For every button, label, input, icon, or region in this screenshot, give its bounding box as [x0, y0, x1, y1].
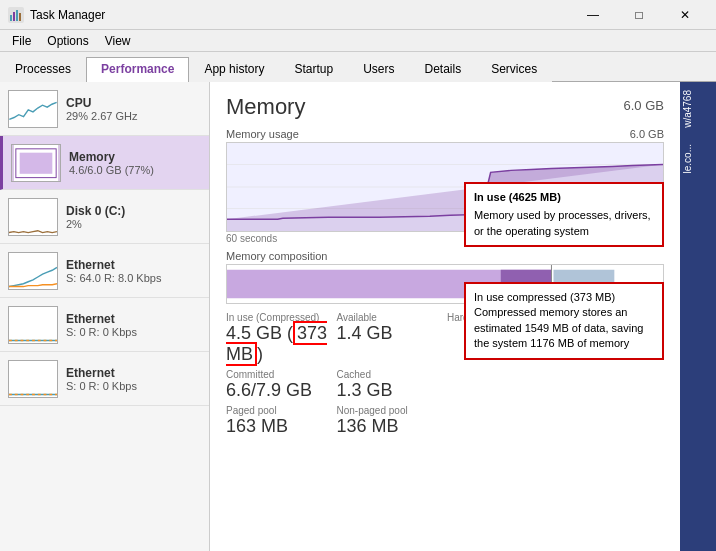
stat-available: Available 1.4 GB: [337, 312, 444, 365]
stat-cached-label: Cached: [337, 369, 444, 380]
graph-label: Memory usage 6.0 GB: [226, 128, 664, 140]
app-icon: [8, 7, 24, 23]
stat-nonpaged-label: Non-paged pool: [337, 405, 444, 416]
tooltip-in-use: In use (4625 MB) Memory used by processe…: [464, 182, 664, 247]
ethernet3-value: S: 0 R: 0 Kbps: [66, 380, 137, 392]
sidebar-item-ethernet3[interactable]: Ethernet S: 0 R: 0 Kbps: [0, 352, 209, 406]
title-bar-left: Task Manager: [8, 7, 105, 23]
tab-users[interactable]: Users: [348, 57, 409, 82]
content-area: Memory 6.0 GB Memory usage 6.0 GB: [210, 82, 680, 551]
sidebar: CPU 29% 2.67 GHz Memory 4.6/6.0 GB (77%): [0, 82, 210, 551]
stat-cached-value: 1.3 GB: [337, 380, 444, 401]
close-button[interactable]: ✕: [662, 0, 708, 30]
title-bar-controls: — □ ✕: [570, 0, 708, 30]
disk-mini-graph: [8, 198, 58, 236]
tab-bar: Processes Performance App history Startu…: [0, 52, 716, 82]
stat-nonpaged-pool: Non-paged pool 136 MB: [337, 405, 444, 437]
stat-paged-value: 163 MB: [226, 416, 333, 437]
title-bar: Task Manager — □ ✕: [0, 0, 716, 30]
disk-info: Disk 0 (C:) 2%: [66, 204, 125, 230]
maximize-button[interactable]: □: [616, 0, 662, 30]
stat-cached: Cached 1.3 GB: [337, 369, 444, 401]
minimize-button[interactable]: —: [570, 0, 616, 30]
menu-bar: File Options View: [0, 30, 716, 52]
svg-rect-14: [9, 361, 57, 397]
ethernet1-value: S: 64.0 R: 8.0 Kbps: [66, 272, 161, 284]
svg-rect-11: [9, 199, 57, 235]
stat-committed: Committed 6.6/7.9 GB: [226, 369, 333, 401]
svg-rect-3: [16, 10, 18, 21]
side-panel-text2: le.co...: [680, 136, 695, 181]
ethernet2-info: Ethernet S: 0 R: 0 Kbps: [66, 312, 137, 338]
menu-view[interactable]: View: [97, 32, 139, 50]
tooltip1-title: In use (4625 MB): [474, 190, 654, 205]
memory-mini-graph: [11, 144, 61, 182]
side-panel-text1: w/a4768: [680, 82, 695, 136]
sidebar-item-memory[interactable]: Memory 4.6/6.0 GB (77%): [0, 136, 209, 190]
ethernet1-info: Ethernet S: 64.0 R: 8.0 Kbps: [66, 258, 161, 284]
svg-rect-7: [12, 145, 14, 181]
ethernet2-label: Ethernet: [66, 312, 137, 326]
svg-rect-10: [20, 152, 53, 173]
menu-options[interactable]: Options: [39, 32, 96, 50]
svg-rect-13: [9, 307, 57, 343]
memory-label: Memory: [69, 150, 154, 164]
cpu-label: CPU: [66, 96, 138, 110]
content-header: Memory 6.0 GB: [226, 94, 664, 120]
disk-label: Disk 0 (C:): [66, 204, 125, 218]
stat-committed-value: 6.6/7.9 GB: [226, 380, 333, 401]
stat-committed-label: Committed: [226, 369, 333, 380]
tab-app-history[interactable]: App history: [189, 57, 279, 82]
ethernet3-info: Ethernet S: 0 R: 0 Kbps: [66, 366, 137, 392]
tooltip1-body: Memory used by processes, drivers, or th…: [474, 208, 654, 239]
svg-rect-1: [10, 15, 12, 21]
ethernet2-mini-graph: [8, 306, 58, 344]
tab-startup[interactable]: Startup: [279, 57, 348, 82]
sidebar-item-cpu[interactable]: CPU 29% 2.67 GHz: [0, 82, 209, 136]
tab-performance[interactable]: Performance: [86, 57, 189, 82]
stat-paged-pool: Paged pool 163 MB: [226, 405, 333, 437]
sidebar-item-ethernet2[interactable]: Ethernet S: 0 R: 0 Kbps: [0, 298, 209, 352]
disk-value: 2%: [66, 218, 125, 230]
side-panel: w/a4768 le.co...: [680, 82, 716, 551]
tooltip-compressed: In use compressed (373 MB)Compressed mem…: [464, 282, 664, 360]
cpu-info: CPU 29% 2.67 GHz: [66, 96, 138, 122]
cpu-value: 29% 2.67 GHz: [66, 110, 138, 122]
svg-rect-5: [9, 91, 56, 127]
main-area: CPU 29% 2.67 GHz Memory 4.6/6.0 GB (77%): [0, 82, 716, 551]
svg-rect-2: [13, 12, 15, 21]
ethernet1-mini-graph: [8, 252, 58, 290]
ethernet1-label: Ethernet: [66, 258, 161, 272]
time-start: 60 seconds: [226, 233, 277, 244]
in-use-gb: 4.5 GB: [226, 323, 282, 343]
tab-services[interactable]: Services: [476, 57, 552, 82]
stats-row3: Paged pool 163 MB Non-paged pool 136 MB: [226, 405, 664, 437]
cpu-mini-graph: [8, 90, 58, 128]
content-total: 6.0 GB: [624, 98, 664, 113]
memory-info: Memory 4.6/6.0 GB (77%): [69, 150, 154, 176]
comp-label-text: Memory composition: [226, 250, 327, 262]
tooltip2-body: In use compressed (373 MB)Compressed mem…: [474, 290, 654, 352]
menu-file[interactable]: File: [4, 32, 39, 50]
ethernet3-mini-graph: [8, 360, 58, 398]
memory-usage-label: Memory usage: [226, 128, 299, 140]
stat-in-use-value: 4.5 GB (373 MB): [226, 323, 333, 365]
sidebar-item-ethernet1[interactable]: Ethernet S: 64.0 R: 8.0 Kbps: [0, 244, 209, 298]
memory-usage-max: 6.0 GB: [630, 128, 664, 140]
stats-row2: Committed 6.6/7.9 GB Cached 1.3 GB: [226, 369, 664, 401]
memory-value: 4.6/6.0 GB (77%): [69, 164, 154, 176]
sidebar-item-disk[interactable]: Disk 0 (C:) 2%: [0, 190, 209, 244]
app-title: Task Manager: [30, 8, 105, 22]
composition-label: Memory composition: [226, 250, 664, 262]
content-title: Memory: [226, 94, 305, 120]
tab-processes[interactable]: Processes: [0, 57, 86, 82]
svg-rect-8: [58, 145, 60, 181]
svg-rect-4: [19, 13, 21, 21]
stat-available-value: 1.4 GB: [337, 323, 444, 344]
stat-available-label: Available: [337, 312, 444, 323]
tab-details[interactable]: Details: [409, 57, 476, 82]
stat-paged-label: Paged pool: [226, 405, 333, 416]
ethernet2-value: S: 0 R: 0 Kbps: [66, 326, 137, 338]
ethernet3-label: Ethernet: [66, 366, 137, 380]
stat-in-use: In use (Compressed) 4.5 GB (373 MB): [226, 312, 333, 365]
